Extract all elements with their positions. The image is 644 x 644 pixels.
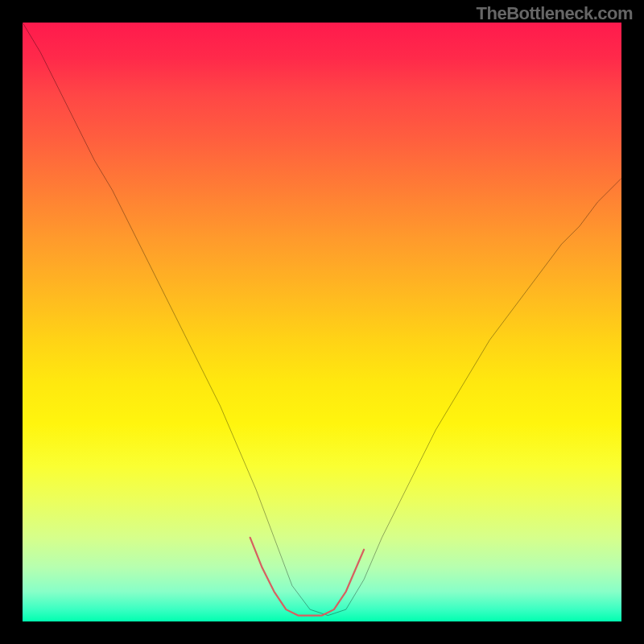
red-u-band-line (250, 538, 364, 616)
chart-frame: TheBottleneck.com (0, 0, 644, 644)
gradient-plot-area (23, 23, 621, 621)
black-curve-line (23, 23, 621, 616)
curve-layer (23, 23, 621, 621)
watermark-text: TheBottleneck.com (477, 3, 633, 24)
